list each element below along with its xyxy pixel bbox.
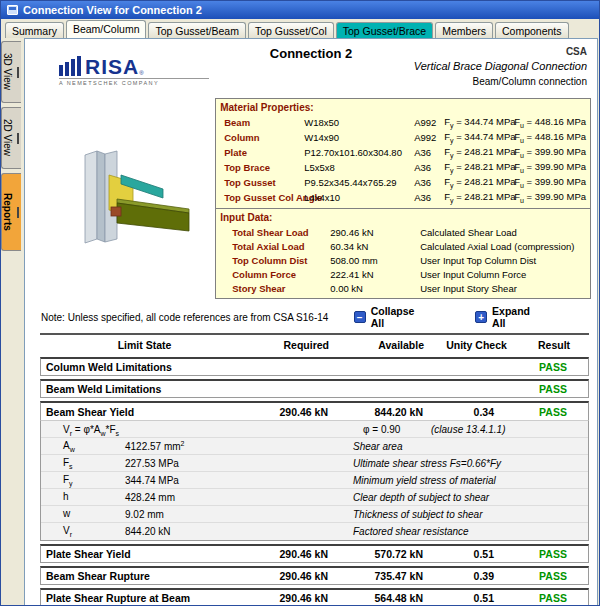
shear-yield-formula: Vr = φ*Aw*Fs [63, 424, 119, 435]
input-row-top-column-dist: Top Column Dist 508.00 mm User Input Top… [220, 253, 586, 267]
view-2d-icon [17, 133, 19, 144]
registered-mark: ® [139, 70, 143, 76]
side-tab-label: Reports [2, 193, 13, 231]
report-header: Connection 2 CSA RISA ® A NEMETSCHEK COM… [31, 43, 591, 96]
result-badge: PASS [518, 592, 588, 604]
window-title: Connection View for Connection 2 [23, 4, 202, 16]
collapse-all-icon: − [354, 311, 366, 323]
detail-row-thickness: w 9.02 mm Thickness of subject to shear [41, 506, 588, 523]
view-3d-icon [17, 67, 19, 78]
side-tab-2d-view[interactable]: 2D View [1, 107, 21, 169]
reports-icon [17, 207, 19, 218]
brand-tagline: A NEMETSCHEK COMPANY [59, 78, 209, 86]
connection-subtype: Beam/Column connection [414, 76, 587, 87]
input-data-box: Input Data: Total Shear Load 290.46 kN C… [215, 208, 591, 299]
detail-row-shear-area: Aw 4122.57 mm2 Shear area [41, 438, 588, 455]
clip-angle-graphic [111, 207, 121, 216]
connection-3d-preview [31, 98, 215, 299]
app-icon [7, 5, 18, 15]
formula-row: Vr = φ*Aw*Fs φ = 0.90 (clause 13.4.1.1) [41, 421, 588, 438]
tab-members[interactable]: Members [435, 22, 493, 38]
result-badge: PASS [518, 361, 588, 373]
side-tab-reports[interactable]: Reports [1, 173, 21, 251]
tab-top-gusset-col[interactable]: Top Gusset/Col [248, 22, 334, 38]
tab-components[interactable]: Components [495, 22, 569, 38]
material-row-column: Column W14x90 A992 Fy = 344.74 MPa Fu = … [220, 130, 586, 145]
result-badge: PASS [518, 548, 588, 560]
result-badge: PASS [518, 406, 588, 418]
tab-summary[interactable]: Summary [5, 22, 64, 38]
limit-row-beam-shear-rupture[interactable]: Beam Shear Rupture 290.46 kN 735.47 kN 0… [40, 566, 589, 585]
collapse-all-button[interactable]: − Collapse All [354, 305, 429, 329]
detail-row-ultimate-shear-stress: Fs 227.53 MPa Ultimate shear stress Fs=0… [41, 455, 588, 472]
material-row-top-gusset-col-angle: Top Gusset Col Angle L4x4x10 A36 Fy = 24… [220, 190, 586, 205]
header-required: Required [249, 339, 339, 351]
input-row-column-force: Column Force 222.41 kN User Input Column… [220, 267, 586, 281]
result-badge: PASS [518, 383, 588, 395]
header-result: Result [519, 339, 589, 351]
header-unity-check: Unity Check [434, 339, 519, 351]
side-tab-3d-view[interactable]: 3D View [1, 41, 21, 103]
tab-beam-column[interactable]: Beam/Column [66, 20, 147, 38]
input-row-story-shear: Story Shear 0.00 kN User Input Story She… [220, 281, 586, 295]
detail-row-yield-stress: Fy 344.74 MPa Minimum yield stress of ma… [41, 472, 588, 489]
beam-graphic [117, 199, 189, 231]
connection-type: Vertical Brace Diagonal Connection [414, 60, 587, 72]
side-tab-label: 2D View [2, 119, 13, 156]
expand-all-icon: + [475, 311, 487, 323]
beam-shear-yield-details: Vr = φ*Aw*Fs φ = 0.90 (clause 13.4.1.1) … [40, 420, 589, 541]
report-panel: Connection 2 CSA RISA ® A NEMETSCHEK COM… [24, 38, 598, 606]
connection-tab-bar: Summary Beam/Column Top Gusset/Beam Top … [1, 19, 599, 38]
material-row-top-brace: Top Brace L5x5x8 A36 Fy = 248.21 MPa Fu … [220, 160, 586, 175]
limit-state-table: Limit State Required Available Unity Che… [40, 333, 589, 606]
tab-top-gusset-beam[interactable]: Top Gusset/Beam [148, 22, 245, 38]
detail-row-factored-shear-resistance: Vr 844.20 kN Factored shear resistance [41, 523, 588, 540]
input-row-total-shear-load: Total Shear Load 290.46 kN Calculated Sh… [220, 225, 586, 239]
phi-factor: φ = 0.90 [363, 421, 400, 438]
expand-all-button[interactable]: + Expand All [475, 305, 545, 329]
limit-row-column-weld-limitations[interactable]: Column Weld Limitations PASS [40, 357, 589, 376]
risa-logo: RISA ® A NEMETSCHEK COMPANY [59, 56, 209, 86]
code-reference-note: Note: Unless specified, all code referen… [41, 312, 354, 323]
header-limit-state: Limit State [40, 339, 249, 351]
brand-name: RISA [85, 57, 139, 76]
design-code-label: CSA [566, 46, 587, 57]
connection-type-block: Vertical Brace Diagonal Connection Beam/… [414, 60, 587, 87]
material-properties-heading: Material Properties: [220, 101, 586, 115]
view-mode-sidebar: 3D View 2D View Reports [1, 38, 24, 606]
table-header-row: Limit State Required Available Unity Che… [40, 333, 589, 354]
material-row-top-gusset: Top Gusset P9.52x345.44x765.29 A36 Fy = … [220, 175, 586, 190]
limit-row-plate-shear-rupture-at-beam[interactable]: Plate Shear Rupture at Beam 290.46 kN 56… [40, 588, 589, 606]
limit-row-plate-shear-yield[interactable]: Plate Shear Yield 290.46 kN 570.72 kN 0.… [40, 544, 589, 563]
limit-row-beam-weld-limitations[interactable]: Beam Weld Limitations PASS [40, 379, 589, 398]
material-properties-box: Material Properties: Beam W18x50 A992 Fy… [215, 98, 591, 209]
detail-row-clear-depth: h 428.24 mm Clear depth of subject to sh… [41, 489, 588, 506]
connection-view-window: Connection View for Connection 2 Summary… [0, 0, 600, 606]
result-badge: PASS [518, 570, 588, 582]
tab-top-gusset-brace[interactable]: Top Gusset/Brace [336, 22, 433, 38]
code-clause: (clause 13.4.1.1) [431, 421, 506, 438]
input-data-heading: Input Data: [220, 211, 586, 225]
material-row-beam: Beam W18x50 A992 Fy = 344.74 MPa Fu = 44… [220, 115, 586, 130]
side-tab-label: 3D View [2, 53, 13, 90]
limit-row-beam-shear-yield[interactable]: Beam Shear Yield 290.46 kN 844.20 kN 0.3… [40, 401, 589, 420]
input-row-total-axial-load: Total Axial Load 60.34 kN Calculated Axi… [220, 239, 586, 253]
header-available: Available [339, 339, 434, 351]
window-titlebar[interactable]: Connection View for Connection 2 [1, 1, 599, 19]
material-row-plate: Plate P12.70x101.60x304.80 A36 Fy = 248.… [220, 145, 586, 160]
connection-render [37, 149, 209, 249]
